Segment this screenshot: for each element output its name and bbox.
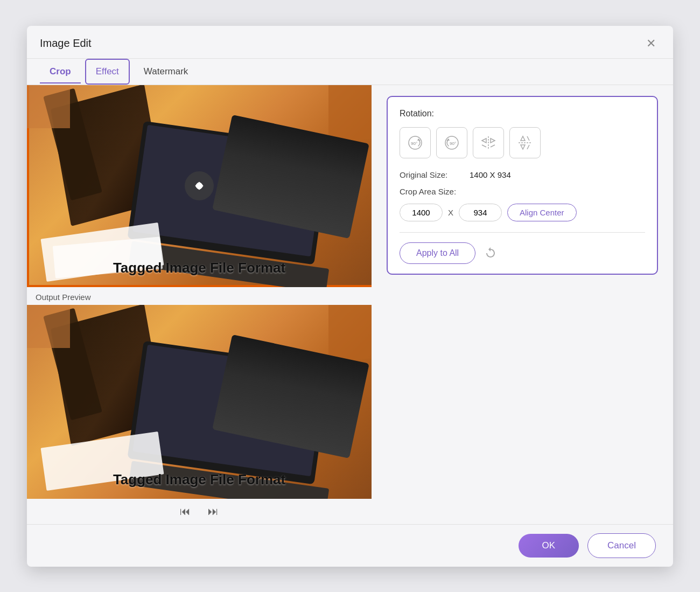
move-cursor-icon: [185, 171, 214, 200]
divider: [400, 232, 645, 233]
crop-area-size-label: Crop Area Size:: [400, 187, 470, 196]
reset-icon: [484, 247, 497, 260]
left-panel: Tagged Image File Format Output Preview: [27, 85, 372, 524]
rotate-ccw-button[interactable]: 90°: [436, 127, 467, 158]
prev-button[interactable]: ⏮: [180, 505, 191, 518]
next-icon: ⏭: [208, 505, 219, 518]
footer: OK Cancel: [27, 524, 673, 567]
output-preview-label: Output Preview: [27, 287, 372, 305]
svg-text:90°: 90°: [411, 141, 417, 146]
dialog-body: Tagged Image File Format Output Preview: [27, 85, 673, 524]
svg-line-24: [482, 145, 486, 147]
tab-crop[interactable]: Crop: [40, 60, 81, 83]
preview-image: Tagged Image File Format: [27, 85, 372, 287]
rotation-label: Rotation:: [400, 109, 645, 119]
apply-to-all-button[interactable]: Apply to All: [400, 242, 475, 264]
svg-marker-22: [482, 138, 486, 143]
nav-bar: ⏮ ⏭: [27, 499, 372, 524]
x-separator: X: [448, 208, 453, 217]
image-label-top: Tagged Image File Format: [27, 260, 372, 276]
flip-vertical-button[interactable]: [509, 127, 541, 158]
main-preview: Tagged Image File Format: [27, 85, 372, 287]
dialog-title: Image Edit: [40, 37, 92, 50]
crosshair-svg: [191, 178, 207, 194]
align-center-button[interactable]: Align Center: [507, 204, 577, 221]
tab-effect[interactable]: Effect: [85, 59, 130, 85]
ok-button[interactable]: OK: [519, 534, 579, 558]
tabs-bar: Crop Effect Watermark: [27, 59, 673, 85]
svg-line-29: [527, 136, 529, 141]
svg-marker-28: [521, 145, 525, 149]
crop-width-input[interactable]: [400, 204, 443, 221]
dialog-header: Image Edit ✕: [27, 26, 673, 59]
settings-box: Rotation: 90°: [387, 96, 658, 275]
cancel-button[interactable]: Cancel: [587, 533, 656, 558]
output-preview: Tagged Image File Format: [27, 305, 372, 499]
original-size-value: 1400 X 934: [470, 170, 511, 179]
rotate-cw-icon: 90°: [407, 134, 424, 151]
flip-v-icon: [516, 134, 534, 151]
action-row: Apply to All: [400, 242, 645, 264]
svg-marker-23: [491, 138, 495, 143]
svg-text:90°: 90°: [450, 141, 456, 146]
original-size-row: Original Size: 1400 X 934: [400, 170, 645, 179]
rotate-ccw-icon: 90°: [443, 134, 460, 151]
right-panel: Rotation: 90°: [372, 85, 673, 524]
crop-height-input[interactable]: [459, 204, 502, 221]
crop-area-inputs: X Align Center: [400, 204, 645, 221]
reset-button[interactable]: [484, 247, 497, 260]
close-icon: ✕: [646, 37, 656, 51]
svg-line-30: [527, 145, 529, 149]
laptop-illustration-2: [27, 305, 372, 499]
flip-h-icon: [480, 134, 497, 151]
rotate-cw-button[interactable]: 90°: [400, 127, 431, 158]
svg-marker-27: [521, 136, 525, 141]
svg-rect-14: [328, 305, 372, 359]
svg-rect-13: [27, 305, 70, 348]
image-label-bottom: Tagged Image File Format: [27, 471, 372, 488]
flip-horizontal-button[interactable]: [473, 127, 504, 158]
rotation-buttons: 90° 90°: [400, 127, 645, 158]
svg-rect-7: [328, 85, 372, 139]
next-button[interactable]: ⏭: [208, 505, 219, 518]
original-size-label: Original Size:: [400, 170, 470, 179]
crop-area-label-row: Crop Area Size:: [400, 187, 645, 196]
close-button[interactable]: ✕: [642, 34, 660, 53]
image-edit-dialog: Image Edit ✕ Crop Effect Watermark: [27, 26, 673, 567]
tab-watermark[interactable]: Watermark: [134, 60, 198, 83]
svg-line-25: [491, 145, 495, 147]
output-preview-image: Tagged Image File Format: [27, 305, 372, 499]
svg-rect-6: [27, 85, 70, 128]
prev-icon: ⏮: [180, 505, 191, 518]
